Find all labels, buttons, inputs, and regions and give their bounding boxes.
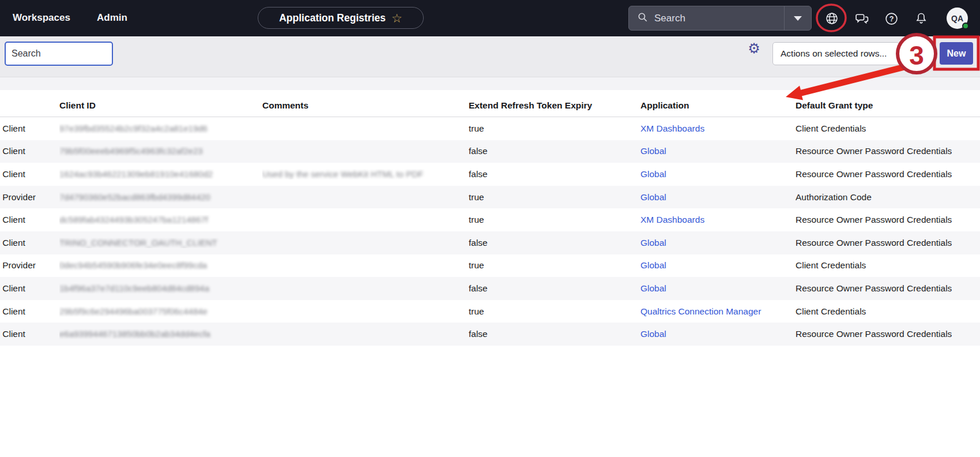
cell-extend-refresh-token-expiry: true <box>469 306 640 317</box>
bell-icon[interactable] <box>914 11 929 26</box>
favorite-star-icon[interactable]: ☆ <box>391 12 402 24</box>
cell-default-grant-type: Authorization Code <box>796 192 980 203</box>
table-header-row: Client ID Comments Extend Refresh Token … <box>0 90 980 117</box>
global-search-box[interactable]: Search <box>628 6 812 31</box>
application-link[interactable]: Global <box>640 146 666 156</box>
table-row[interactable]: OAuth Provider 0dec94b54590b906fe34e0eec… <box>0 254 980 278</box>
application-link[interactable]: Global <box>640 238 666 248</box>
application-link[interactable]: Global <box>640 260 666 270</box>
cell-extend-refresh-token-expiry: true <box>469 260 640 271</box>
cell-type: OAuth Client <box>0 238 59 248</box>
table-search-input[interactable] <box>5 42 113 66</box>
cell-default-grant-type: Resource Owner Password Credentials <box>796 146 980 156</box>
cell-default-grant-type: Resource Owner Password Credentials <box>796 329 980 339</box>
cell-application: Global <box>640 283 796 294</box>
cell-extend-refresh-token-expiry: false <box>469 238 640 248</box>
cell-extend-refresh-token-expiry: true <box>469 215 640 225</box>
cell-extend-refresh-token-expiry: false <box>469 146 640 156</box>
table-row[interactable]: OAuth Client TRINO_CONNECTOR_OAUTH_CLIEN… <box>0 231 980 254</box>
table-row[interactable]: OAuth Client 1624ac93b46221309eb81910e41… <box>0 163 980 186</box>
application-registries-table: Client ID Comments Extend Refresh Token … <box>0 90 980 346</box>
cell-extend-refresh-token-expiry: true <box>469 123 640 134</box>
actions-dropdown[interactable]: Actions on selected rows... <box>772 42 899 65</box>
cell-type: OAuth Client <box>0 123 59 134</box>
application-link[interactable]: Qualtrics Connection Manager <box>640 306 761 316</box>
gear-icon[interactable]: ⚙ <box>747 41 762 56</box>
column-header-type[interactable] <box>0 111 59 117</box>
application-registries-page: Workspaces Admin Application Registries … <box>0 0 980 457</box>
table-body: OAuth Client 97e39fbd35524b2c9f32a4c2a81… <box>0 117 980 346</box>
cell-default-grant-type: Client Credentials <box>796 260 980 271</box>
cell-application: Global <box>640 146 796 156</box>
cell-type: OAuth Client <box>0 169 59 179</box>
global-search-placeholder: Search <box>654 13 784 24</box>
cell-application: Global <box>640 260 796 271</box>
cell-client-id: 79b5f00eeeb4969f5c4963fc32af2e23 <box>59 146 262 156</box>
cell-application: Qualtrics Connection Manager <box>640 306 796 317</box>
column-header-comments[interactable]: Comments <box>262 100 469 117</box>
column-header-default-grant-type[interactable]: Default Grant type <box>796 100 980 117</box>
table-row[interactable]: OAuth Provider 7d4790360e52bacd863fbd439… <box>0 186 980 209</box>
cell-client-id: 29b5f9c6e294496ba003775f06c4484e <box>59 306 262 317</box>
user-avatar[interactable]: QA <box>947 8 968 29</box>
nav-workspaces[interactable]: Workspaces <box>13 12 70 24</box>
cell-application: XM Dashboards <box>640 215 796 225</box>
cell-type: OAuth Client <box>0 146 59 156</box>
cell-type: OAuth Client <box>0 283 59 294</box>
cell-extend-refresh-token-expiry: false <box>469 283 640 294</box>
help-icon[interactable]: ? <box>884 11 899 26</box>
nav-admin[interactable]: Admin <box>97 12 127 24</box>
column-header-client-id[interactable]: Client ID <box>59 100 262 117</box>
cell-extend-refresh-token-expiry: true <box>469 192 640 203</box>
cell-application: XM Dashboards <box>640 123 796 134</box>
cell-application: Global <box>640 238 796 248</box>
avatar-initials: QA <box>951 14 963 23</box>
search-scope-dropdown[interactable] <box>785 16 811 21</box>
chevron-down-icon <box>794 16 802 21</box>
application-link[interactable]: Global <box>640 169 666 179</box>
cell-client-id: 1624ac93b46221309eb81910e41680d2 <box>59 169 262 179</box>
online-status-dot <box>962 23 969 29</box>
cell-extend-refresh-token-expiry: false <box>469 169 640 179</box>
cell-application: Global <box>640 192 796 203</box>
cell-client-id: dc589fab4324493b305247ba1214867f <box>59 215 262 225</box>
new-button[interactable]: New <box>940 42 973 65</box>
cell-application: Global <box>640 169 796 179</box>
column-header-extend-refresh-token-expiry[interactable]: Extend Refresh Token Expiry <box>469 100 640 117</box>
cell-client-id: 7d4790360e52bacd863fbd4399d84420 <box>59 192 262 203</box>
svg-text:?: ? <box>889 15 894 23</box>
context-pill-label: Application Registries <box>279 12 386 24</box>
application-link[interactable]: Global <box>640 283 666 293</box>
table-toolbar: ⚙ Actions on selected rows... New <box>0 36 980 77</box>
chat-icon[interactable] <box>854 11 869 26</box>
table-row[interactable]: OAuth Client 29b5f9c6e294496ba003775f06c… <box>0 300 980 323</box>
column-header-application[interactable]: Application <box>640 100 796 117</box>
cell-type: OAuth Provider <box>0 192 59 203</box>
search-icon <box>637 12 649 25</box>
cell-client-id: TRINO_CONNECTOR_OAUTH_CLIENT <box>59 238 262 248</box>
application-link[interactable]: Global <box>640 329 666 339</box>
cell-default-grant-type: Resource Owner Password Credentials <box>796 238 980 248</box>
cell-type: OAuth Client <box>0 306 59 317</box>
cell-default-grant-type: Client Credentials <box>796 306 980 317</box>
application-link[interactable]: Global <box>640 192 666 202</box>
cell-default-grant-type: Client Credentials <box>796 123 980 134</box>
toolbar-table-gap <box>0 77 980 90</box>
application-link[interactable]: XM Dashboards <box>640 123 704 133</box>
cell-type: OAuth Client <box>0 329 59 339</box>
table-row[interactable]: OAuth Client 1b4f96a37e7d110c9eeb804d84c… <box>0 277 980 300</box>
table-row[interactable]: OAuth Client e6a9399446713850bb0b2ab34dd… <box>0 323 980 346</box>
cell-client-id: 97e39fbd35524b2c9f32a4c2a81e19d6 <box>59 123 262 134</box>
table-row[interactable]: OAuth Client dc589fab4324493b305247ba121… <box>0 208 980 231</box>
context-pill-application-registries[interactable]: Application Registries ☆ <box>258 7 424 29</box>
cell-default-grant-type: Resource Owner Password Credentials <box>796 169 980 179</box>
top-navigation-bar: Workspaces Admin Application Registries … <box>0 0 980 36</box>
table-row[interactable]: OAuth Client 79b5f00eeeb4969f5c4963fc32a… <box>0 140 980 163</box>
cell-comments: Used by the service WebKit HTML to PDF <box>262 169 469 179</box>
cell-application: Global <box>640 329 796 339</box>
cell-type: OAuth Provider <box>0 260 59 271</box>
application-link[interactable]: XM Dashboards <box>640 215 704 224</box>
table-row[interactable]: OAuth Client 97e39fbd35524b2c9f32a4c2a81… <box>0 117 980 140</box>
cell-type: OAuth Client <box>0 215 59 225</box>
globe-icon[interactable] <box>824 11 839 26</box>
